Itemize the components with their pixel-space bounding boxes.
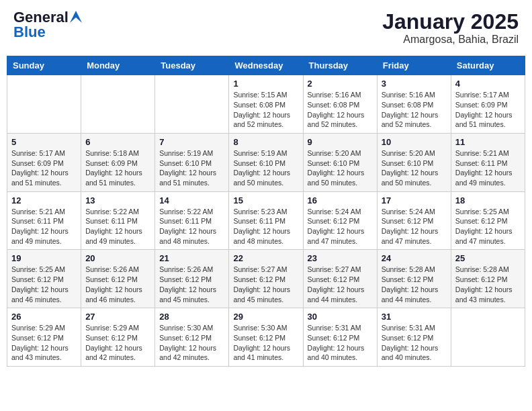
day-number: 20 [85,253,150,263]
day-of-week-monday: Monday [81,56,155,75]
day-number: 11 [455,137,521,147]
calendar-cell: 24Sunrise: 5:28 AM Sunset: 6:12 PM Dayli… [377,250,451,308]
day-info: Sunrise: 5:31 AM Sunset: 6:12 PM Dayligh… [308,323,373,363]
day-number: 23 [308,253,373,263]
day-info: Sunrise: 5:23 AM Sunset: 6:11 PM Dayligh… [233,207,298,246]
day-of-week-wednesday: Wednesday [229,56,303,75]
calendar-cell: 14Sunrise: 5:22 AM Sunset: 6:11 PM Dayli… [155,191,229,250]
day-info: Sunrise: 5:20 AM Sunset: 6:10 PM Dayligh… [308,148,373,188]
day-info: Sunrise: 5:22 AM Sunset: 6:11 PM Dayligh… [85,207,150,246]
day-info: Sunrise: 5:25 AM Sunset: 6:12 PM Dayligh… [11,265,77,304]
day-info: Sunrise: 5:19 AM Sunset: 6:10 PM Dayligh… [159,148,224,188]
day-of-week-tuesday: Tuesday [155,56,229,75]
day-number: 28 [159,312,224,322]
day-number: 27 [85,312,150,322]
day-info: Sunrise: 5:26 AM Sunset: 6:12 PM Dayligh… [159,265,224,304]
calendar-cell: 27Sunrise: 5:29 AM Sunset: 6:12 PM Dayli… [81,308,155,367]
calendar-cell [451,308,525,367]
calendar-cell: 29Sunrise: 5:30 AM Sunset: 6:12 PM Dayli… [229,308,303,367]
day-of-week-thursday: Thursday [303,56,377,75]
day-info: Sunrise: 5:28 AM Sunset: 6:12 PM Dayligh… [382,265,447,304]
day-number: 29 [233,312,298,322]
day-info: Sunrise: 5:19 AM Sunset: 6:10 PM Dayligh… [233,148,298,188]
day-number: 3 [382,79,447,89]
calendar-cell [81,75,155,134]
day-info: Sunrise: 5:29 AM Sunset: 6:12 PM Dayligh… [11,323,77,363]
calendar-cell: 5Sunrise: 5:17 AM Sunset: 6:09 PM Daylig… [7,133,81,191]
day-info: Sunrise: 5:15 AM Sunset: 6:08 PM Dayligh… [233,90,298,130]
calendar-cell: 12Sunrise: 5:21 AM Sunset: 6:11 PM Dayli… [7,191,81,250]
calendar-cell: 22Sunrise: 5:27 AM Sunset: 6:12 PM Dayli… [229,250,303,308]
day-info: Sunrise: 5:17 AM Sunset: 6:09 PM Dayligh… [455,90,521,130]
day-of-week-sunday: Sunday [7,56,81,75]
day-number: 10 [382,137,447,147]
day-number: 13 [85,195,150,205]
day-info: Sunrise: 5:21 AM Sunset: 6:11 PM Dayligh… [455,148,521,188]
day-info: Sunrise: 5:17 AM Sunset: 6:09 PM Dayligh… [11,148,77,188]
logo-blue-text: Blue [13,25,46,40]
day-info: Sunrise: 5:24 AM Sunset: 6:12 PM Dayligh… [308,207,373,246]
day-number: 22 [233,253,298,263]
day-number: 15 [233,195,298,205]
calendar-cell: 11Sunrise: 5:21 AM Sunset: 6:11 PM Dayli… [451,133,525,191]
location: Amargosa, Bahia, Brazil [382,34,519,46]
calendar-cell: 3Sunrise: 5:16 AM Sunset: 6:08 PM Daylig… [377,75,451,134]
calendar-week-1: 1Sunrise: 5:15 AM Sunset: 6:08 PM Daylig… [7,75,525,134]
day-number: 4 [455,79,521,89]
calendar-cell: 30Sunrise: 5:31 AM Sunset: 6:12 PM Dayli… [303,308,377,367]
day-info: Sunrise: 5:16 AM Sunset: 6:08 PM Dayligh… [308,90,373,130]
calendar-cell: 9Sunrise: 5:20 AM Sunset: 6:10 PM Daylig… [303,133,377,191]
calendar-cell: 31Sunrise: 5:31 AM Sunset: 6:12 PM Dayli… [377,308,451,367]
day-info: Sunrise: 5:16 AM Sunset: 6:08 PM Dayligh… [382,90,447,130]
calendar-cell: 26Sunrise: 5:29 AM Sunset: 6:12 PM Dayli… [7,308,81,367]
day-number: 18 [455,195,521,205]
calendar-week-5: 26Sunrise: 5:29 AM Sunset: 6:12 PM Dayli… [7,308,525,367]
day-of-week-friday: Friday [377,56,451,75]
calendar-cell [7,75,81,134]
title-area: January 2025 Amargosa, Bahia, Brazil [382,10,519,46]
day-number: 24 [382,253,447,263]
day-info: Sunrise: 5:26 AM Sunset: 6:12 PM Dayligh… [85,265,150,304]
calendar-cell: 4Sunrise: 5:17 AM Sunset: 6:09 PM Daylig… [451,75,525,134]
calendar-cell: 7Sunrise: 5:19 AM Sunset: 6:10 PM Daylig… [155,133,229,191]
day-number: 9 [308,137,373,147]
day-info: Sunrise: 5:20 AM Sunset: 6:10 PM Dayligh… [382,148,447,188]
calendar-cell: 16Sunrise: 5:24 AM Sunset: 6:12 PM Dayli… [303,191,377,250]
calendar-week-4: 19Sunrise: 5:25 AM Sunset: 6:12 PM Dayli… [7,250,525,308]
calendar-cell: 19Sunrise: 5:25 AM Sunset: 6:12 PM Dayli… [7,250,81,308]
day-number: 16 [308,195,373,205]
day-number: 7 [159,137,224,147]
day-number: 5 [11,137,77,147]
day-of-week-saturday: Saturday [451,56,525,75]
day-info: Sunrise: 5:27 AM Sunset: 6:12 PM Dayligh… [233,265,298,304]
calendar-cell: 18Sunrise: 5:25 AM Sunset: 6:12 PM Dayli… [451,191,525,250]
calendar-cell: 8Sunrise: 5:19 AM Sunset: 6:10 PM Daylig… [229,133,303,191]
calendar: SundayMondayTuesdayWednesdayThursdayFrid… [7,56,525,367]
calendar-cell: 17Sunrise: 5:24 AM Sunset: 6:12 PM Dayli… [377,191,451,250]
calendar-week-3: 12Sunrise: 5:21 AM Sunset: 6:11 PM Dayli… [7,191,525,250]
day-number: 19 [11,253,77,263]
calendar-cell: 20Sunrise: 5:26 AM Sunset: 6:12 PM Dayli… [81,250,155,308]
day-number: 21 [159,253,224,263]
day-number: 8 [233,137,298,147]
calendar-week-2: 5Sunrise: 5:17 AM Sunset: 6:09 PM Daylig… [7,133,525,191]
calendar-cell: 15Sunrise: 5:23 AM Sunset: 6:11 PM Dayli… [229,191,303,250]
calendar-cell: 2Sunrise: 5:16 AM Sunset: 6:08 PM Daylig… [303,75,377,134]
day-info: Sunrise: 5:24 AM Sunset: 6:12 PM Dayligh… [382,207,447,246]
day-info: Sunrise: 5:21 AM Sunset: 6:11 PM Dayligh… [11,207,77,246]
calendar-cell [155,75,229,134]
day-number: 1 [233,79,298,89]
day-number: 25 [455,253,521,263]
day-info: Sunrise: 5:28 AM Sunset: 6:12 PM Dayligh… [455,265,521,304]
day-info: Sunrise: 5:30 AM Sunset: 6:12 PM Dayligh… [159,323,224,363]
day-info: Sunrise: 5:30 AM Sunset: 6:12 PM Dayligh… [233,323,298,363]
day-info: Sunrise: 5:31 AM Sunset: 6:12 PM Dayligh… [382,323,447,363]
calendar-cell: 25Sunrise: 5:28 AM Sunset: 6:12 PM Dayli… [451,250,525,308]
calendar-header-row: SundayMondayTuesdayWednesdayThursdayFrid… [7,56,525,75]
day-number: 31 [382,312,447,322]
day-number: 17 [382,195,447,205]
calendar-cell: 1Sunrise: 5:15 AM Sunset: 6:08 PM Daylig… [229,75,303,134]
day-number: 30 [308,312,373,322]
calendar-cell: 21Sunrise: 5:26 AM Sunset: 6:12 PM Dayli… [155,250,229,308]
day-info: Sunrise: 5:25 AM Sunset: 6:12 PM Dayligh… [455,207,521,246]
